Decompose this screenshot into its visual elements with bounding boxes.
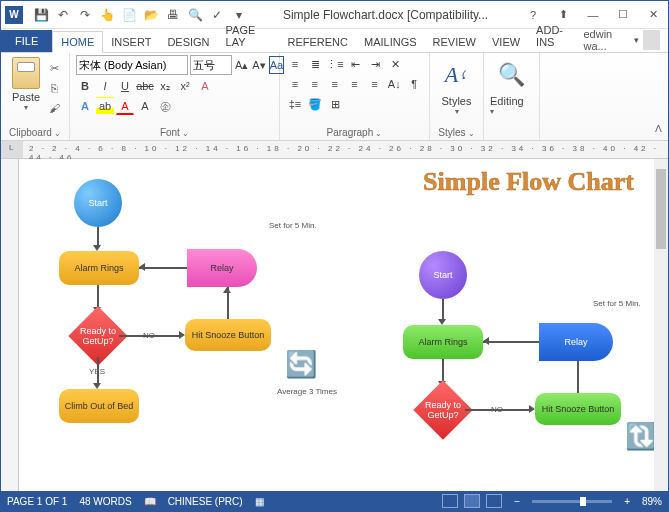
- maximize-icon[interactable]: ☐: [608, 3, 638, 27]
- multilevel-icon[interactable]: ⋮≡: [326, 55, 344, 73]
- strikethrough-button[interactable]: abc: [136, 77, 154, 95]
- user-area[interactable]: edwin wa... ▾: [583, 28, 668, 52]
- text-effects-icon[interactable]: A: [76, 97, 94, 115]
- tab-mailings[interactable]: MAILINGS: [356, 32, 425, 52]
- shape-ready-right[interactable]: Ready to GetUp?: [413, 380, 472, 439]
- increase-indent-icon[interactable]: ⇥: [366, 55, 384, 73]
- asian-layout-icon[interactable]: ✕: [386, 55, 404, 73]
- zoom-level[interactable]: 89%: [642, 496, 662, 507]
- superscript-button[interactable]: x²: [176, 77, 194, 95]
- shape-relay-left[interactable]: Relay: [187, 249, 257, 287]
- zoom-slider[interactable]: [532, 500, 612, 503]
- tab-references[interactable]: REFERENC: [279, 32, 356, 52]
- open-icon[interactable]: 📂: [141, 5, 161, 25]
- shape-alarm-left[interactable]: Alarm Rings: [59, 251, 139, 285]
- distributed-icon[interactable]: ≡: [365, 75, 383, 93]
- label-set5-right: Set for 5 Min.: [593, 299, 641, 308]
- shading-icon[interactable]: 🪣: [306, 95, 324, 113]
- status-words[interactable]: 48 WORDS: [79, 496, 131, 507]
- print-layout-icon[interactable]: [464, 494, 480, 508]
- scroll-thumb[interactable]: [656, 169, 666, 249]
- print-preview-icon[interactable]: 🔍: [185, 5, 205, 25]
- undo-icon[interactable]: ↶: [53, 5, 73, 25]
- read-mode-icon[interactable]: [442, 494, 458, 508]
- tab-page-layout[interactable]: PAGE LAY: [218, 20, 280, 52]
- vertical-scrollbar[interactable]: [654, 159, 668, 491]
- tab-review[interactable]: REVIEW: [425, 32, 484, 52]
- touch-mode-icon[interactable]: 👆: [97, 5, 117, 25]
- vertical-ruler[interactable]: [1, 159, 19, 491]
- word-icon: W: [5, 6, 23, 24]
- tab-addins[interactable]: ADD-INS: [528, 20, 583, 52]
- shape-snooze-left[interactable]: Hit Snooze Button: [185, 319, 271, 351]
- shape-start-right[interactable]: Start: [419, 251, 467, 299]
- quick-print-icon[interactable]: 🖶: [163, 5, 183, 25]
- decrease-indent-icon[interactable]: ⇤: [346, 55, 364, 73]
- redo-icon[interactable]: ↷: [75, 5, 95, 25]
- horizontal-ruler[interactable]: L 2 · 2 · 4 · 6 · 8 · 10 · 12 · 14 · 16 …: [1, 141, 668, 159]
- highlight-icon[interactable]: ab: [96, 97, 114, 115]
- ribbon-tabs: FILE HOME INSERT DESIGN PAGE LAY REFEREN…: [1, 29, 668, 53]
- align-left-icon[interactable]: ≡: [286, 75, 304, 93]
- copy-icon[interactable]: ⎘: [45, 79, 63, 97]
- shape-alarm-right[interactable]: Alarm Rings: [403, 325, 483, 359]
- italic-button[interactable]: I: [96, 77, 114, 95]
- line-spacing-icon[interactable]: ‡≡: [286, 95, 304, 113]
- cut-icon[interactable]: ✂: [45, 59, 63, 77]
- editing-button-label[interactable]: Editing: [490, 95, 533, 107]
- enclose-characters-icon[interactable]: ㊭: [156, 97, 174, 115]
- shape-climb-left[interactable]: Climb Out of Bed: [59, 389, 139, 423]
- proofing-icon[interactable]: 📖: [144, 496, 156, 507]
- bullets-icon[interactable]: ≡: [286, 55, 304, 73]
- align-center-icon[interactable]: ≡: [306, 75, 324, 93]
- paste-button[interactable]: Paste ▾: [7, 55, 45, 117]
- character-shading-icon[interactable]: A: [136, 97, 154, 115]
- clear-formatting-icon[interactable]: A: [196, 77, 214, 95]
- numbering-icon[interactable]: ≣: [306, 55, 324, 73]
- macro-icon[interactable]: ▦: [255, 496, 264, 507]
- status-page[interactable]: PAGE 1 OF 1: [7, 496, 67, 507]
- find-icon[interactable]: 🔍: [494, 57, 530, 93]
- new-doc-icon[interactable]: 📄: [119, 5, 139, 25]
- tab-home[interactable]: HOME: [52, 31, 103, 53]
- statusbar: PAGE 1 OF 1 48 WORDS 📖 CHINESE (PRC) ▦ −…: [1, 491, 668, 511]
- tab-design[interactable]: DESIGN: [159, 32, 217, 52]
- tab-file[interactable]: FILE: [1, 30, 52, 52]
- tab-view[interactable]: VIEW: [484, 32, 528, 52]
- sort-icon[interactable]: A↓: [385, 75, 403, 93]
- document-canvas[interactable]: Simple Flow Chart Start Alarm Rings Rela…: [19, 159, 654, 491]
- bold-button[interactable]: B: [76, 77, 94, 95]
- font-color-icon[interactable]: A: [116, 97, 134, 115]
- font-size-select[interactable]: [190, 55, 232, 75]
- shape-snooze-right[interactable]: Hit Snooze Button: [535, 393, 621, 425]
- styles-button-label[interactable]: Styles: [436, 95, 477, 107]
- arrowhead-icon: [139, 263, 145, 271]
- format-painter-icon[interactable]: 🖌: [45, 99, 63, 117]
- shrink-font-icon[interactable]: A▾: [251, 56, 266, 74]
- label-set5-left: Set for 5 Min.: [269, 221, 317, 230]
- zoom-out-icon[interactable]: −: [514, 496, 520, 507]
- tab-insert[interactable]: INSERT: [103, 32, 159, 52]
- collapse-ribbon-icon[interactable]: ᐱ: [655, 53, 668, 140]
- align-right-icon[interactable]: ≡: [326, 75, 344, 93]
- show-marks-icon[interactable]: ¶: [405, 75, 423, 93]
- connector: [139, 267, 187, 269]
- justify-icon[interactable]: ≡: [346, 75, 364, 93]
- zoom-in-icon[interactable]: +: [624, 496, 630, 507]
- shape-start-left[interactable]: Start: [74, 179, 122, 227]
- refresh-icon: 🔃: [625, 421, 654, 452]
- shape-relay-right[interactable]: Relay: [539, 323, 613, 361]
- grow-font-icon[interactable]: A▴: [234, 56, 249, 74]
- borders-icon[interactable]: ⊞: [326, 95, 344, 113]
- close-icon[interactable]: ✕: [638, 3, 668, 27]
- underline-button[interactable]: U: [116, 77, 134, 95]
- status-language[interactable]: CHINESE (PRC): [168, 496, 243, 507]
- subscript-button[interactable]: x₂: [156, 77, 174, 95]
- font-name-select[interactable]: [76, 55, 188, 75]
- connector: [465, 409, 531, 411]
- connector: [97, 357, 99, 385]
- styles-icon[interactable]: A⤹: [439, 57, 475, 93]
- web-layout-icon[interactable]: [486, 494, 502, 508]
- save-icon[interactable]: 💾: [31, 5, 51, 25]
- group-paragraph: ≡ ≣ ⋮≡ ⇤ ⇥ ✕ ≡ ≡ ≡ ≡ ≡ A↓ ¶ ‡≡ 🪣 ⊞ Parag…: [280, 53, 430, 140]
